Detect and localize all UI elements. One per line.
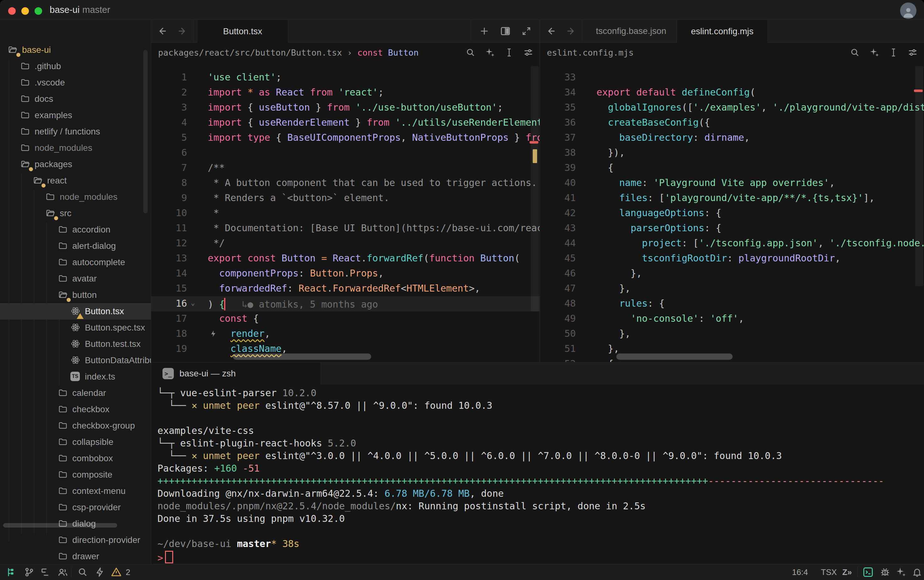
collab-panel-toggle[interactable] — [57, 564, 69, 580]
nav-forward-icon[interactable] — [177, 26, 188, 36]
code-line-50[interactable]: 50 }, — [540, 326, 924, 341]
tree-item-csp-provider[interactable]: csp-provider — [0, 499, 151, 516]
project-panel-toggle[interactable] — [6, 564, 17, 580]
code-line-11[interactable]: 11 * Documentation: [Base UI Button](htt… — [151, 221, 540, 236]
editor-settings-icon[interactable] — [523, 48, 533, 58]
git-panel-toggle[interactable] — [24, 564, 35, 580]
code-line-46[interactable]: 46 }, — [540, 266, 924, 281]
tree-item-button-test-tsx[interactable]: Button.test.tsx — [0, 336, 151, 352]
code-line-5[interactable]: 5import type { BaseUIComponentProps, Nat… — [151, 130, 540, 145]
nav-forward-icon[interactable] — [566, 26, 576, 36]
code-line-42[interactable]: 42 languageOptions: { — [540, 206, 924, 221]
git-blame-inline[interactable]: ↳● atomiks, 5 months ago — [225, 299, 378, 310]
code-line-1[interactable]: 1'use client'; — [151, 70, 540, 85]
edit-prediction-button[interactable]: Z» — [842, 564, 852, 580]
code-line-16[interactable]: 16⌄) { ↳● atomiks, 5 months ago — [151, 296, 540, 311]
split-pane-icon[interactable] — [500, 26, 511, 36]
tree-item-alert-dialog[interactable]: alert-dialog — [0, 238, 151, 254]
cursor-position[interactable]: 16:4 — [792, 564, 808, 580]
tree-item-checkbox-group[interactable]: checkbox-group — [0, 418, 151, 434]
code-line-15[interactable]: 15 forwardedRef: React.ForwardedRef<HTML… — [151, 281, 540, 296]
inline-assist-icon[interactable] — [869, 48, 879, 58]
code-line-40[interactable]: 40 name: 'Playground Vite app overrides'… — [540, 176, 924, 191]
debugger-panel-toggle[interactable] — [879, 564, 891, 580]
search-button[interactable] — [77, 564, 88, 580]
tree-item-node-modules[interactable]: node_modules — [0, 140, 151, 156]
tree-item-context-menu[interactable]: context-menu — [0, 483, 151, 499]
code-line-12[interactable]: 12 */ — [151, 236, 540, 251]
tree-item-combobox[interactable]: combobox — [0, 450, 151, 466]
tab-button-tsx[interactable]: Button.tsx — [197, 20, 288, 43]
right-editor-hscrollbar[interactable] — [616, 353, 733, 360]
tree-item-calendar[interactable]: calendar — [0, 385, 151, 401]
maximize-pane-icon[interactable] — [521, 26, 531, 36]
code-line-43[interactable]: 43 parserOptions: { — [540, 221, 924, 236]
code-line-41[interactable]: 41 files: ['playground/vite-app/**/*.{ts… — [540, 191, 924, 206]
code-line-35[interactable]: 35 globalIgnores(['./examples', './playg… — [540, 100, 924, 115]
code-line-10[interactable]: 10 * — [151, 206, 540, 221]
left-code-editor[interactable]: 1'use client';2import * as React from 'r… — [151, 63, 540, 362]
left-editor-hscrollbar[interactable] — [233, 353, 371, 360]
code-line-9[interactable]: 9 * Renders a `<button>` element. — [151, 191, 540, 206]
code-line-14[interactable]: 14 componentProps: Button.Props, — [151, 266, 540, 281]
terminal-output[interactable]: └─┬ vue-eslint-parser 10.2.0 └── ✕ unmet… — [151, 384, 924, 564]
language-selector[interactable]: TSX — [821, 564, 837, 580]
nav-back-icon[interactable] — [546, 26, 556, 36]
code-line-6[interactable]: 6 — [151, 145, 540, 161]
code-line-3[interactable]: 3import { useButton } from '../use-butto… — [151, 100, 540, 115]
code-line-33[interactable]: 33 — [540, 70, 924, 85]
tree-item-examples[interactable]: examples — [0, 107, 151, 124]
tree-item-button-spec-tsx[interactable]: Button.spec.tsx — [0, 320, 151, 336]
nav-back-icon[interactable] — [157, 26, 168, 36]
diagnostics-summary[interactable]: 2 — [111, 564, 130, 580]
new-tab-icon[interactable] — [479, 26, 489, 36]
edit-mode-icon[interactable] — [889, 48, 898, 57]
code-line-13[interactable]: 13export const Button = React.forwardRef… — [151, 251, 540, 266]
sidebar-vertical-scrollbar[interactable] — [143, 50, 148, 213]
terminal-panel-toggle[interactable] — [862, 564, 874, 580]
left-editor-vscrollbar[interactable] — [531, 66, 539, 311]
code-line-36[interactable]: 36 createBaseConfig({ — [540, 115, 924, 130]
code-line-38[interactable]: 38 }), — [540, 145, 924, 161]
code-line-18[interactable]: 18 render, — [151, 326, 540, 341]
tree-item-composite[interactable]: composite — [0, 466, 151, 483]
user-avatar[interactable] — [900, 3, 916, 19]
tree-item-src[interactable]: src — [0, 205, 151, 221]
tree-item-direction-provider[interactable]: direction-provider — [0, 532, 151, 548]
tree-item-avatar[interactable]: avatar — [0, 270, 151, 287]
project-name[interactable]: base-ui — [50, 5, 79, 15]
tab-eslint-config-mjs[interactable]: eslint.config.mjs — [676, 20, 768, 43]
tree-item-checkbox[interactable]: checkbox — [0, 401, 151, 418]
tree-item-button[interactable]: button — [0, 287, 151, 303]
zoom-window-button[interactable] — [35, 7, 42, 15]
code-line-7[interactable]: 7/** — [151, 161, 540, 176]
code-line-45[interactable]: 45 tsconfigRootDir: playgroundRootDir, — [540, 251, 924, 266]
right-code-editor[interactable]: 3334export default defineConfig(35 globa… — [540, 63, 924, 362]
sidebar-horizontal-scrollbar[interactable] — [3, 523, 117, 527]
code-line-4[interactable]: 4import { useRenderElement } from '../ut… — [151, 115, 540, 130]
code-line-49[interactable]: 49 'no-console': 'off', — [540, 311, 924, 326]
code-line-39[interactable]: 39 { — [540, 161, 924, 176]
code-line-37[interactable]: 37 baseDirectory: dirname, — [540, 130, 924, 145]
tree-item-base-ui[interactable]: base-ui — [0, 42, 151, 58]
left-breadcrumb[interactable]: packages/react/src/button/Button.tsx › c… — [151, 43, 540, 63]
code-line-48[interactable]: 48 rules: { — [540, 296, 924, 311]
tree-item--github[interactable]: .github — [0, 58, 151, 74]
tree-item-drawer[interactable]: drawer — [0, 548, 151, 564]
tree-item-docs[interactable]: docs — [0, 91, 151, 107]
terminal-tab[interactable]: >_ base-ui — zsh — [151, 362, 321, 385]
close-window-button[interactable] — [8, 7, 16, 15]
tree-item-accordion[interactable]: accordion — [0, 221, 151, 238]
tree-item-react[interactable]: react — [0, 173, 151, 189]
tree-item--vscode[interactable]: .vscode — [0, 74, 151, 91]
git-branch-label[interactable]: master — [82, 5, 110, 15]
tab-tsconfig-base-json[interactable]: tsconfig.base.json — [586, 20, 676, 43]
code-line-34[interactable]: 34export default defineConfig( — [540, 85, 924, 100]
tree-item-packages[interactable]: packages — [0, 156, 151, 173]
code-line-47[interactable]: 47 }, — [540, 281, 924, 296]
notifications-bell[interactable] — [912, 564, 922, 580]
code-line-51[interactable]: 51 }, — [540, 341, 924, 357]
fold-chevron-icon[interactable]: ⌄ — [191, 299, 195, 306]
assistant-panel-toggle[interactable] — [896, 564, 906, 580]
right-editor-vscrollbar[interactable] — [915, 66, 923, 286]
